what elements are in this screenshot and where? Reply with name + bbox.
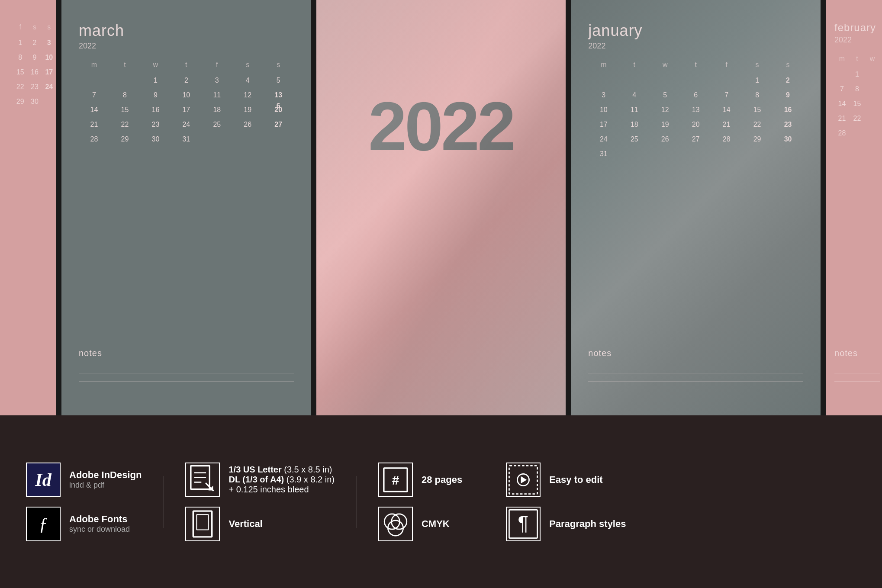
orientation-text: Vertical: [229, 518, 262, 530]
pages-icon: #: [379, 463, 412, 496]
fonts-item: ƒ Adobe Fonts sync or download: [26, 507, 142, 541]
cmyk-label: CMYK: [422, 518, 450, 530]
big-year: 2022: [368, 87, 514, 166]
february-notes-label: notes: [834, 348, 880, 358]
paragraph-icon: ¶: [507, 508, 540, 540]
divider-3: [484, 476, 484, 528]
vertical-icon: [186, 508, 219, 540]
svg-text:#: #: [392, 472, 399, 487]
panel-january: january 2022 m t w t f s s: [571, 0, 821, 415]
pages-text: 28 pages: [422, 474, 462, 485]
panel-left-partial: f s s 1 2 3 8 9 10 15 16 17: [0, 0, 56, 415]
panel-february-partial: february 2022 m t w 1 7 8: [826, 0, 882, 415]
march-notes-label: notes: [79, 348, 294, 358]
february-year: 2022: [834, 35, 880, 45]
info-bar: Id Adobe InDesign indd & pdf ƒ Adobe Fon…: [0, 415, 882, 588]
indesign-text: Adobe InDesign indd & pdf: [69, 469, 142, 490]
paragraph-text: Paragraph styles: [549, 518, 626, 530]
pages-item: # 28 pages: [378, 463, 462, 497]
fonts-sub: sync or download: [69, 525, 130, 534]
indesign-label: Adobe InDesign: [69, 469, 142, 481]
svg-marker-13: [521, 476, 527, 483]
paragraph-icon-box: ¶: [506, 507, 541, 541]
calendar-area: f s s 1 2 3 8 9 10 15 16 17: [0, 0, 882, 415]
document-icon: [186, 463, 219, 496]
january-title: january: [588, 22, 803, 40]
paragraph-label: Paragraph styles: [549, 518, 626, 530]
size-item: 1/3 US Letter (3.5 x 8.5 in) DL (1/3 of …: [185, 463, 335, 497]
fonts-icon-box: ƒ: [26, 507, 61, 541]
march-title: march: [79, 22, 294, 40]
panel-center: 2022: [316, 0, 566, 415]
pages-label: 28 pages: [422, 474, 462, 485]
indesign-icon-box: Id: [26, 463, 61, 497]
fonts-text: Adobe Fonts sync or download: [69, 514, 130, 534]
orientation-item: Vertical: [185, 507, 335, 541]
size-text: 1/3 US Letter (3.5 x 8.5 in) DL (1/3 of …: [229, 465, 335, 495]
easy-edit-item: Easy to edit: [506, 463, 626, 497]
january-notes-label: notes: [588, 348, 803, 358]
divider-2: [356, 476, 357, 528]
march-year: 2022: [79, 42, 294, 51]
easy-edit-icon-box: [506, 463, 541, 497]
panel-march: march 2022 m t w t f s s 1: [61, 0, 311, 415]
cmyk-icon: [379, 508, 412, 540]
easy-edit-text: Easy to edit: [549, 474, 602, 485]
cmyk-item: CMYK: [378, 507, 462, 541]
svg-rect-5: [197, 514, 209, 530]
easy-edit-icon: [507, 463, 540, 496]
cmyk-text: CMYK: [422, 518, 450, 530]
january-grid: m t w t f s s 1 2: [588, 59, 803, 161]
fonts-label: Adobe Fonts: [69, 514, 130, 525]
orientation-icon-box: [185, 507, 220, 541]
indesign-sub: indd & pdf: [69, 481, 142, 490]
svg-text:¶: ¶: [518, 511, 529, 534]
february-title: february: [834, 22, 880, 34]
indesign-item: Id Adobe InDesign indd & pdf: [26, 463, 142, 497]
pages-icon-box: #: [378, 463, 413, 497]
app-container: f s s 1 2 3 8 9 10 15 16 17: [0, 0, 882, 588]
size-icon-box: [185, 463, 220, 497]
paragraph-item: ¶ Paragraph styles: [506, 507, 626, 541]
indesign-icon: Id: [35, 469, 51, 490]
fonts-icon: ƒ: [39, 514, 48, 534]
orientation-label: Vertical: [229, 518, 262, 530]
january-year: 2022: [588, 42, 803, 51]
cmyk-icon-box: [378, 507, 413, 541]
divider-1: [163, 476, 164, 528]
march-grid: m t w t f s s 1 2 3 4: [79, 59, 294, 146]
easy-edit-label: Easy to edit: [549, 474, 602, 485]
